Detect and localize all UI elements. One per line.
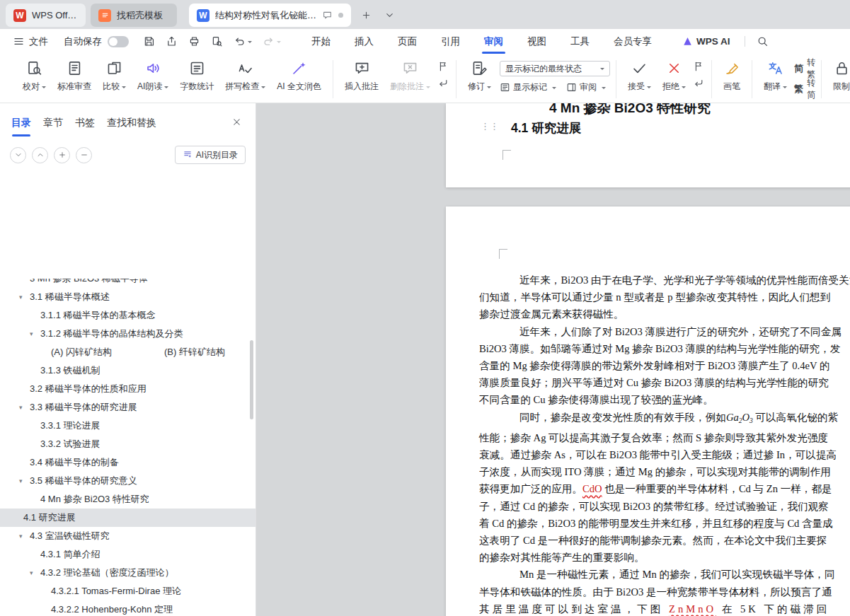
next-change-button[interactable] bbox=[693, 78, 704, 89]
ribbon-button[interactable]: 拒绝 bbox=[657, 59, 691, 93]
undo-button[interactable] bbox=[234, 35, 252, 47]
outline-item[interactable]: ▾ 4.3.2.2 Hohenberg-Kohn 定理 bbox=[0, 600, 255, 616]
document-line[interactable]: 们知道，半导体可以通过少量 n 型或者是 p 型掺杂改变其特性，因此人们想到 bbox=[479, 289, 850, 306]
document-line[interactable]: 近年来，人们除了对 Bi2O3 薄膜进行广泛的研究外，还研究了不同金属 bbox=[479, 323, 850, 340]
zoom-out-outline-button[interactable] bbox=[76, 147, 92, 163]
ribbon-button[interactable]: 拼写检查 bbox=[219, 59, 271, 93]
outline-item[interactable]: ▾ 3.1.2 稀磁半导体的晶体结构及分类 bbox=[0, 325, 255, 343]
document-line[interactable]: 同时，掺杂是改变发光性质的有效手段，例如Ga2O3 可以高氧化铋的紫 bbox=[479, 409, 850, 429]
tab-docer[interactable]: 找稻壳模板 bbox=[91, 4, 177, 27]
document-line[interactable]: 的掺杂对其性能等产生的重要影响。 bbox=[479, 549, 850, 566]
outline-item[interactable]: ▾ 4.1 研究进展 bbox=[0, 509, 255, 527]
tab-list-button[interactable] bbox=[381, 7, 398, 24]
ribbon-button[interactable]: 删除批注 bbox=[384, 59, 436, 93]
outline-item[interactable]: ▾ 3.3.2 试验进展 bbox=[0, 435, 255, 453]
comment-bubble-icon[interactable] bbox=[322, 10, 333, 21]
zoom-in-outline-button[interactable] bbox=[54, 147, 70, 163]
outline-item[interactable]: ▾ 3.2 稀磁半导体的性质和应用 bbox=[0, 380, 255, 398]
menu-tab[interactable]: 审阅 bbox=[472, 29, 515, 54]
next-comment-button[interactable] bbox=[437, 78, 449, 89]
menu-tab[interactable]: 开始 bbox=[299, 29, 343, 54]
chapter-heading[interactable]: 4 Mn 掺杂 Bi2O3 特性研究 bbox=[513, 103, 747, 117]
outline-item[interactable]: ▾ 3.1.3 铁磁机制 bbox=[0, 361, 255, 380]
wps-ai-button[interactable]: WPS AI bbox=[682, 36, 730, 47]
print-button[interactable] bbox=[188, 35, 200, 47]
sidebar-tab[interactable]: 目录 bbox=[11, 117, 31, 129]
previous-change-button[interactable] bbox=[693, 61, 704, 72]
sidebar-tab[interactable]: 章节 bbox=[43, 117, 63, 129]
outline-item[interactable]: ▾ 4.3.2.1 Tomas-Fermi-Dirae 理论 bbox=[0, 582, 255, 600]
ribbon-small-button[interactable]: 显示标记 bbox=[500, 81, 556, 93]
collapse-all-button[interactable] bbox=[32, 147, 48, 163]
ai-recognize-outline-button[interactable]: AI识别目录 bbox=[175, 146, 246, 164]
paragraph-drag-handle[interactable]: ⋮⋮ bbox=[481, 122, 499, 132]
previous-comment-button[interactable] bbox=[437, 61, 449, 72]
document-line[interactable]: 半导体和铁磁体的性质。由于 Bi2O3 是一种宽禁带半导体材料，所以预言了通 bbox=[479, 583, 850, 600]
outline-item[interactable]: ▾ 4.3.2 理论基础（密度泛函理论） bbox=[0, 564, 255, 582]
outline-item[interactable]: ▾ 3.3.1 理论进展 bbox=[0, 417, 255, 435]
document-line[interactable]: 着 Cd 的掺杂，Bi2O3 的能带明显发生并来红移，并且红移的程度与 Cd 含… bbox=[479, 515, 850, 532]
sidebar-tab[interactable]: 书签 bbox=[75, 117, 95, 129]
expand-all-button[interactable] bbox=[10, 147, 26, 163]
tab-wps-home[interactable]: W WPS Office bbox=[6, 4, 86, 27]
menu-tab[interactable]: 页面 bbox=[386, 29, 429, 54]
close-sidebar-button[interactable] bbox=[231, 117, 244, 129]
new-tab-button[interactable] bbox=[357, 7, 374, 24]
document-body[interactable]: 近年来，Bi2O3 由于在电子学、光学和光子学等领域的优异性能而倍受关注们知道，… bbox=[479, 207, 850, 616]
outline-item[interactable]: ▾ 3.5 稀磁半导体的研究意义 bbox=[0, 472, 255, 490]
document-line[interactable]: 子，通过 Cd 的掺杂，可以实现 Bi2O3 的禁带红移。经过试验验证，我们观察 bbox=[479, 498, 850, 515]
convert-button[interactable]: 简 转繁 bbox=[794, 61, 815, 76]
document-line[interactable]: Mn 是一种磁性元素，通过 Mn 的掺杂，我们可以实现铁磁半导体，同 bbox=[479, 566, 850, 583]
menu-tab[interactable]: 插入 bbox=[343, 29, 386, 54]
ribbon-small-button[interactable]: 审阅 bbox=[566, 81, 606, 93]
ribbon-button[interactable]: 接受 bbox=[622, 59, 657, 93]
menu-tab[interactable]: 会员专享 bbox=[602, 29, 664, 54]
ribbon-button[interactable]: 标准审查 bbox=[52, 59, 97, 93]
document-line[interactable]: 获得更加广泛的应用。CdO 也是一种重要的半导体材料，Cd 与 Zn 一样，都是 bbox=[479, 480, 850, 497]
pen-button[interactable]: 画笔 bbox=[718, 59, 746, 93]
ribbon-button[interactable]: AI朗读 bbox=[132, 59, 174, 93]
ribbon-button[interactable]: AI 全文润色 bbox=[271, 59, 327, 93]
autosave-toggle[interactable] bbox=[108, 36, 129, 47]
outline-item[interactable]: ▾ 3.3 稀磁半导体的研究进展 bbox=[0, 398, 255, 417]
menu-tab[interactable]: 引用 bbox=[429, 29, 472, 54]
tab-document[interactable]: W 结构对称性对氧化铋能带的影... bbox=[189, 4, 351, 27]
document-line[interactable]: Bi2O3 薄膜。如邹璐等通过对 Mg 掺杂 Bi2O3 薄膜的结构与光学性能的… bbox=[479, 340, 850, 357]
document-line[interactable]: 子浓度，从而实现 ITO 薄膜；通过 Mg 的掺杂，可以实现对其能带的调制作用 bbox=[479, 463, 850, 480]
document-page[interactable]: 近年来，Bi2O3 由于在电子学、光学和光子学等领域的优异性能而倍受关注们知道，… bbox=[446, 207, 850, 616]
outline-item[interactable]: ▾ 3.4 稀磁半导体的制备 bbox=[0, 453, 255, 472]
document-line[interactable]: 含量的 Mg 掺杂使得薄膜的带边紫外发射峰相对于 Bi2O3 薄膜产生了 0.4… bbox=[479, 357, 850, 374]
outline-item[interactable]: ▾ 3 Mn 掺杂 Bi2O3 稀磁半导体 bbox=[0, 279, 255, 288]
ribbon-button[interactable]: 比较 bbox=[97, 59, 132, 93]
outline-item[interactable]: ▾ 4 Mn 掺杂 Bi2O3 特性研究 bbox=[0, 490, 255, 509]
outline-item[interactable]: ▾ 3.1.1 稀磁半导体的基本概念 bbox=[0, 306, 255, 325]
restrict-edit-button[interactable]: 限制 bbox=[827, 59, 850, 93]
menu-tab[interactable]: 工具 bbox=[558, 29, 602, 54]
sidebar-scrollbar[interactable] bbox=[250, 340, 253, 419]
print-preview-button[interactable] bbox=[211, 35, 223, 47]
convert-button[interactable]: 繁 转简 bbox=[794, 81, 815, 97]
document-line[interactable]: 性能；掺杂 Ag 可以提高其激子复合效率；然而 S 掺杂则导致其紫外发光强度 bbox=[479, 429, 850, 446]
export-button[interactable] bbox=[166, 35, 178, 47]
save-button[interactable] bbox=[143, 35, 155, 47]
document-line[interactable]: 衰减。通过掺杂 As，可以在 Bi2O3 能带中引入受主能级；通过掺 In，可以… bbox=[479, 446, 850, 463]
sidebar-tab[interactable]: 查找和替换 bbox=[107, 117, 156, 129]
document-page[interactable]: 4 Mn 掺杂 Bi2O3 特性研究 ⋮⋮ 4.1 研究进展 bbox=[446, 103, 850, 187]
ribbon-button[interactable]: 字数统计 bbox=[174, 59, 219, 93]
track-changes-button[interactable]: 修订 bbox=[462, 59, 497, 93]
document-line[interactable]: 近年来，Bi2O3 由于在电子学、光学和光子学等领域的优异性能而倍受关注 bbox=[479, 272, 850, 289]
search-button[interactable] bbox=[757, 35, 769, 47]
ribbon-button[interactable]: 插入批注 bbox=[339, 59, 384, 93]
menu-tab[interactable]: 视图 bbox=[515, 29, 558, 54]
translate-button[interactable]: 翻译 bbox=[758, 59, 793, 93]
document-line[interactable]: 薄膜质量良好；朋兴平等通过对 Cu 掺杂 Bi2O3 薄膜的结构与光学性能的研究 bbox=[479, 374, 850, 391]
outline-item[interactable]: ▾ 4.3 室温铁磁性研究 bbox=[0, 527, 255, 545]
document-canvas[interactable]: 4 Mn 掺杂 Bi2O3 特性研究 ⋮⋮ 4.1 研究进展 近年来，Bi2O3… bbox=[256, 103, 850, 616]
outline-item[interactable]: ▾ 4.3.1 简单介绍 bbox=[0, 545, 255, 564]
section-heading[interactable]: 4.1 研究进展 bbox=[511, 120, 581, 136]
document-line[interactable]: 不同含量的 Cu 掺杂使得薄膜出现了较强的蓝光峰。 bbox=[479, 391, 850, 408]
document-line[interactable]: 其居里温度可以到达室温，下图 ZnMnO 在 5K 下的磁滞回 bbox=[479, 600, 850, 616]
ribbon-button[interactable]: 校对 bbox=[17, 59, 52, 93]
markup-state-select[interactable]: 显示标记的最终状态 bbox=[500, 61, 610, 76]
document-line[interactable]: 掺杂过渡金属元素来获得磁性。 bbox=[479, 306, 850, 322]
